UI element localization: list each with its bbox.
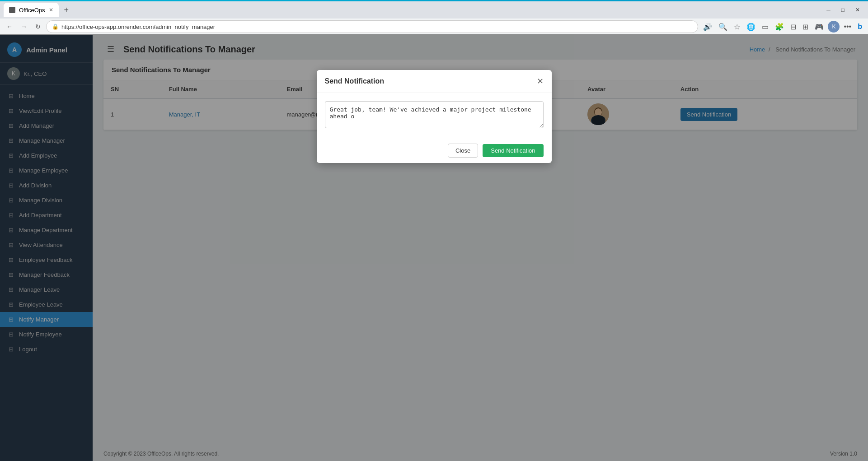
browser-tab[interactable]: OfficeOps ✕ [4, 3, 59, 17]
send-notification-button[interactable]: Send Notification [483, 144, 543, 157]
modal-footer: Close Send Notification [317, 138, 552, 163]
new-tab-button[interactable]: + [61, 5, 73, 15]
modal-overlay: Send Notification ✕ Close Send Notificat… [0, 34, 868, 461]
bing-button[interactable]: b [855, 21, 864, 33]
more-button[interactable]: ••• [841, 21, 854, 33]
tab-title: OfficeOps [19, 7, 45, 14]
favorites-button[interactable]: ☆ [732, 21, 742, 33]
url-text: https://office-ops-app.onrender.com/admi… [61, 23, 692, 30]
close-window-button[interactable]: ✕ [851, 5, 864, 15]
modal-title: Send Notification [325, 77, 385, 85]
tab-close-icon[interactable]: ✕ [49, 7, 53, 13]
zoom-button[interactable]: 🔍 [716, 21, 730, 33]
modal-header: Send Notification ✕ [317, 70, 552, 93]
address-bar[interactable]: 🔒 https://office-ops-app.onrender.com/ad… [46, 20, 698, 33]
browser-globe-icon[interactable]: 🌐 [744, 21, 758, 33]
modal-close-button[interactable]: ✕ [537, 76, 544, 86]
close-modal-button[interactable]: Close [448, 144, 478, 158]
profile-avatar[interactable]: K [828, 21, 840, 33]
extensions-button[interactable]: 🧩 [773, 21, 786, 33]
minimize-button[interactable]: ─ [822, 5, 835, 15]
refresh-button[interactable]: ↻ [33, 21, 43, 32]
read-aloud-button[interactable]: 🔊 [701, 21, 714, 33]
sidebar-button[interactable]: ⊞ [800, 21, 811, 33]
back-button[interactable]: ← [4, 21, 15, 32]
reader-view-button[interactable]: ▭ [760, 21, 771, 33]
split-screen-button[interactable]: ⊟ [788, 21, 798, 33]
notification-textarea[interactable] [325, 101, 544, 128]
maximize-button[interactable]: □ [837, 5, 849, 15]
forward-button[interactable]: → [18, 21, 30, 32]
modal-body [317, 93, 552, 138]
tab-favicon [9, 7, 15, 13]
lock-icon: 🔒 [52, 23, 59, 30]
send-notification-modal: Send Notification ✕ Close Send Notificat… [317, 70, 552, 163]
gaming-button[interactable]: 🎮 [812, 21, 826, 33]
